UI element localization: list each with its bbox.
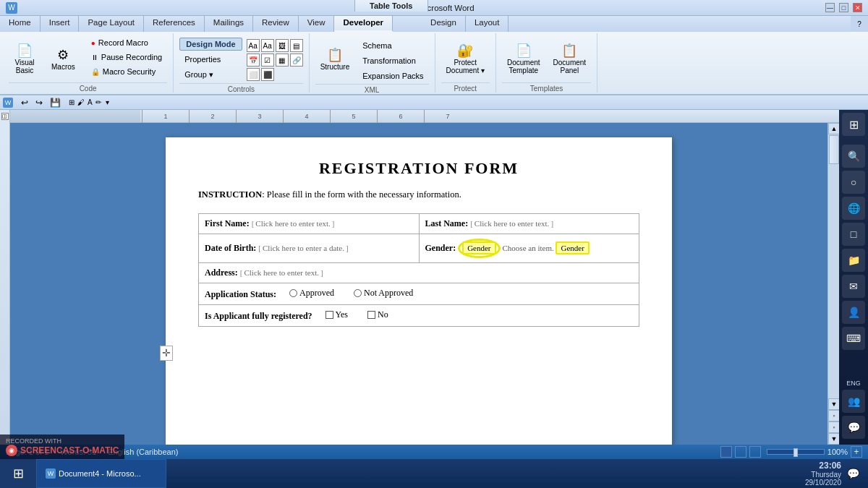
folder-icon[interactable]: 📁 bbox=[842, 249, 865, 272]
qat-customize[interactable]: ⊞ bbox=[69, 98, 75, 106]
first-name-input[interactable]: [Click here to enter text.] bbox=[252, 219, 335, 228]
schema-button[interactable]: Schema bbox=[357, 39, 428, 52]
search-sidebar-icon[interactable]: 🔍 bbox=[842, 145, 865, 168]
action-center-icon[interactable]: 💬 bbox=[847, 468, 859, 479]
last-name-input[interactable]: [Click here to enter text.] bbox=[470, 219, 553, 228]
control-gallery[interactable]: ▦ bbox=[276, 53, 289, 67]
minimize-button[interactable]: — bbox=[825, 3, 835, 12]
print-layout-button[interactable] bbox=[720, 446, 732, 458]
word-taskbar-item[interactable]: W Document4 - Microso... bbox=[36, 459, 166, 488]
scroll-thumb[interactable] bbox=[829, 135, 839, 164]
control-combo[interactable]: ▤ bbox=[290, 39, 303, 52]
tab-developer[interactable]: Developer bbox=[334, 16, 393, 32]
yes-checkbox[interactable]: Yes bbox=[326, 309, 348, 320]
tab-insert[interactable]: Insert bbox=[41, 16, 80, 32]
circle-sidebar-icon[interactable]: ○ bbox=[842, 171, 865, 194]
tab-view[interactable]: View bbox=[299, 16, 335, 32]
gender-placeholder[interactable]: Choose an item. bbox=[503, 244, 556, 252]
status-right: 100% + bbox=[720, 446, 862, 458]
document-scroll-area[interactable]: ✛ REGISTRATION FORM INSTRUCTION: Please … bbox=[10, 123, 827, 445]
tab-home[interactable]: Home bbox=[0, 16, 41, 32]
dob-input[interactable]: [Click here to enter a date.] bbox=[258, 244, 348, 252]
redo-button[interactable]: ↪ bbox=[33, 97, 45, 108]
pause-recording-button[interactable]: ⏸ Pause Recording bbox=[86, 51, 167, 64]
gender-tag-right[interactable]: Gender bbox=[556, 241, 589, 254]
windows-logo-icon[interactable]: ⊞ bbox=[842, 113, 865, 136]
tab-references[interactable]: References bbox=[144, 16, 205, 32]
address-input[interactable]: [Click here to enter text.] bbox=[240, 268, 323, 277]
control-link[interactable]: 🔗 bbox=[290, 53, 303, 67]
form-controls: Aa Aa 🖼 ▤ 📅 ☑ ▦ 🔗 ⬜ ⬛ bbox=[247, 39, 303, 81]
save-qat-button[interactable]: 💾 bbox=[48, 97, 63, 108]
macro-security-button[interactable]: 🔒 Macro Security bbox=[86, 65, 167, 78]
tab-review[interactable]: Review bbox=[253, 16, 299, 32]
ribbon-group-code: 📄 VisualBasic ⚙ Macros ● Record Macro bbox=[3, 33, 174, 93]
maximize-button[interactable]: □ bbox=[839, 3, 848, 12]
tab-layout[interactable]: Layout bbox=[466, 16, 509, 32]
scroll-up-button[interactable]: ▲ bbox=[828, 123, 839, 134]
control-check[interactable]: ☑ bbox=[261, 53, 274, 67]
properties-button[interactable]: Properties bbox=[179, 53, 242, 66]
window-controls: — □ ✕ bbox=[825, 3, 862, 12]
scroll-nav[interactable]: ◦ bbox=[828, 410, 839, 421]
undo-button[interactable]: ↩ bbox=[19, 97, 30, 108]
highlight-button[interactable]: ✏ bbox=[95, 98, 101, 106]
start-button[interactable]: ⊞ bbox=[0, 459, 36, 488]
sidebar-icon-7[interactable]: 👤 bbox=[842, 301, 865, 324]
approved-radio[interactable]: Approved bbox=[289, 288, 334, 299]
mail-icon[interactable]: ✉ bbox=[842, 275, 865, 298]
keyboard-icon[interactable]: ⌨ bbox=[842, 327, 865, 350]
structure-button[interactable]: 📋 Structure bbox=[315, 36, 355, 81]
help-button[interactable]: ? bbox=[851, 16, 868, 32]
vertical-scrollbar[interactable]: ▲ ▼ ◦ ◦ ▼ bbox=[827, 123, 839, 445]
expansion-packs-button[interactable]: Expansion Packs bbox=[357, 69, 428, 82]
registration-form-table: First Name: [Click here to enter text.] … bbox=[198, 213, 639, 327]
document-template-button[interactable]: 📄 DocumentTemplate bbox=[502, 36, 545, 81]
zoom-slider[interactable] bbox=[767, 449, 825, 455]
address-cell: Address: [Click here to enter text.] bbox=[199, 263, 639, 283]
full-screen-button[interactable] bbox=[735, 446, 746, 458]
tab-design[interactable]: Design bbox=[422, 16, 466, 32]
no-checkbox[interactable]: No bbox=[367, 309, 388, 320]
scroll-nav3[interactable]: ▼ bbox=[828, 433, 839, 445]
control-aa2[interactable]: Aa bbox=[261, 39, 274, 52]
qat-more[interactable]: ▾ bbox=[106, 98, 109, 106]
tab-mailings[interactable]: Mailings bbox=[205, 16, 253, 32]
table-move-handle[interactable]: ✛ bbox=[160, 346, 173, 361]
document-panel-button[interactable]: 📋 DocumentPanel bbox=[548, 36, 592, 81]
record-macro-button[interactable]: ● Record Macro bbox=[86, 36, 167, 49]
transformation-button[interactable]: Transformation bbox=[357, 54, 428, 67]
control-aa[interactable]: Aa bbox=[247, 39, 260, 52]
first-name-label: First Name: bbox=[205, 218, 250, 228]
clock: 23:06 Thursday 29/10/2020 bbox=[805, 461, 841, 487]
web-layout-button[interactable] bbox=[749, 446, 761, 458]
scroll-nav2[interactable]: ◦ bbox=[828, 421, 839, 433]
font-color-button[interactable]: A bbox=[88, 98, 93, 106]
control-activeX[interactable]: ⬛ bbox=[261, 68, 274, 81]
control-date[interactable]: 📅 bbox=[247, 53, 260, 67]
notification-icon[interactable]: 💬 bbox=[842, 416, 865, 439]
tab-page-layout[interactable]: Page Layout bbox=[79, 16, 144, 32]
control-pic[interactable]: 🖼 bbox=[276, 39, 289, 52]
table-tools-label: Table Tools bbox=[354, 0, 428, 12]
store-icon[interactable]: □ bbox=[842, 223, 865, 246]
dob-label: Date of Birth: bbox=[205, 243, 256, 253]
zoom-in-button[interactable]: + bbox=[851, 446, 862, 458]
zoom-control: 100% + bbox=[767, 446, 862, 458]
macros-button[interactable]: ⚙ Macros bbox=[46, 36, 80, 81]
form-instruction: INSTRUCTION: Please fill in the form wit… bbox=[198, 189, 639, 200]
visual-basic-button[interactable]: 📄 VisualBasic bbox=[9, 36, 41, 81]
protect-document-button[interactable]: 🔐 ProtectDocument ▾ bbox=[441, 36, 490, 81]
document-page: ✛ REGISTRATION FORM INSTRUCTION: Please … bbox=[166, 137, 672, 445]
control-legacy[interactable]: ⬜ bbox=[247, 68, 260, 81]
scroll-down-button[interactable]: ▼ bbox=[828, 398, 839, 410]
close-button[interactable]: ✕ bbox=[853, 3, 862, 12]
chrome-icon[interactable]: 🌐 bbox=[842, 197, 865, 220]
gender-cell: Gender: Gender Choose an item. Gender bbox=[419, 234, 639, 263]
zoom-level: 100% bbox=[827, 448, 848, 456]
format-painter[interactable]: 🖌 bbox=[77, 98, 85, 106]
not-approved-radio[interactable]: Not Approved bbox=[354, 288, 413, 299]
group-button[interactable]: Group ▾ bbox=[179, 68, 242, 82]
multi-person-icon[interactable]: 👥 bbox=[842, 390, 865, 413]
design-mode-button[interactable]: Design Mode bbox=[179, 38, 242, 51]
